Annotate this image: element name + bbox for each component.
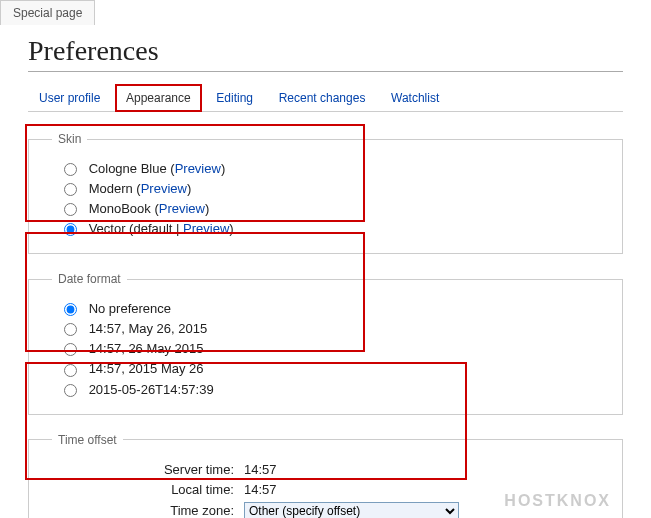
radio-vector[interactable] [64, 223, 77, 236]
skin-option-monobook[interactable]: MonoBook (Preview) [64, 201, 607, 216]
radio-df1[interactable] [64, 323, 77, 336]
radio-nopref[interactable] [64, 303, 77, 316]
local-time-label: Local time: [44, 482, 244, 497]
date-option-1[interactable]: 14:57, May 26, 2015 [64, 321, 607, 336]
skin-label: Cologne Blue [89, 161, 167, 176]
date-format-legend: Date format [52, 272, 127, 286]
server-time-row: Server time: 14:57 [44, 462, 607, 477]
tab-appearance[interactable]: Appearance [115, 84, 202, 112]
preview-link[interactable]: Preview [141, 181, 187, 196]
radio-df2[interactable] [64, 343, 77, 356]
skin-option-cologne-blue[interactable]: Cologne Blue (Preview) [64, 161, 607, 176]
tab-watchlist[interactable]: Watchlist [380, 84, 450, 111]
skin-option-modern[interactable]: Modern (Preview) [64, 181, 607, 196]
date-option-nopref[interactable]: No preference [64, 301, 607, 316]
date-label: 2015-05-26T14:57:39 [89, 382, 214, 397]
page-title: Preferences [28, 35, 623, 72]
radio-df3[interactable] [64, 364, 77, 377]
skin-legend: Skin [52, 132, 87, 146]
tab-user-profile[interactable]: User profile [28, 84, 111, 111]
skin-label: Modern [89, 181, 133, 196]
default-label: default [133, 221, 172, 236]
radio-monobook[interactable] [64, 203, 77, 216]
preference-tabs: User profile Appearance Editing Recent c… [28, 84, 623, 112]
radio-df4[interactable] [64, 384, 77, 397]
date-format-fieldset: Date format No preference 14:57, May 26,… [28, 272, 623, 414]
time-offset-fieldset: Time offset Server time: 14:57 Local tim… [28, 433, 623, 518]
preview-link[interactable]: Preview [183, 221, 229, 236]
preview-link[interactable]: Preview [159, 201, 205, 216]
date-label: No preference [89, 301, 171, 316]
radio-modern[interactable] [64, 183, 77, 196]
special-page-tab: Special page [0, 0, 95, 25]
server-time-value: 14:57 [244, 462, 277, 477]
date-option-2[interactable]: 14:57, 26 May 2015 [64, 341, 607, 356]
server-time-label: Server time: [44, 462, 244, 477]
tab-recent-changes[interactable]: Recent changes [268, 84, 377, 111]
date-label: 14:57, May 26, 2015 [89, 321, 208, 336]
timezone-row: Time zone: Other (specify offset) [44, 502, 607, 518]
date-label: 14:57, 2015 May 26 [89, 361, 204, 376]
date-option-4[interactable]: 2015-05-26T14:57:39 [64, 382, 607, 397]
timezone-select[interactable]: Other (specify offset) [244, 502, 459, 518]
date-option-3[interactable]: 14:57, 2015 May 26 [64, 361, 607, 376]
preview-link[interactable]: Preview [175, 161, 221, 176]
time-offset-legend: Time offset [52, 433, 123, 447]
skin-label: MonoBook [89, 201, 151, 216]
content-area: Preferences User profile Appearance Edit… [0, 25, 651, 518]
local-time-value: 14:57 [244, 482, 277, 497]
tab-editing[interactable]: Editing [205, 84, 264, 111]
skin-option-vector[interactable]: Vector (default | Preview) [64, 221, 607, 236]
date-label: 14:57, 26 May 2015 [89, 341, 204, 356]
radio-cologne-blue[interactable] [64, 163, 77, 176]
timezone-label: Time zone: [44, 503, 244, 518]
local-time-row: Local time: 14:57 [44, 482, 607, 497]
skin-label: Vector [89, 221, 126, 236]
skin-fieldset: Skin Cologne Blue (Preview) Modern (Prev… [28, 132, 623, 254]
